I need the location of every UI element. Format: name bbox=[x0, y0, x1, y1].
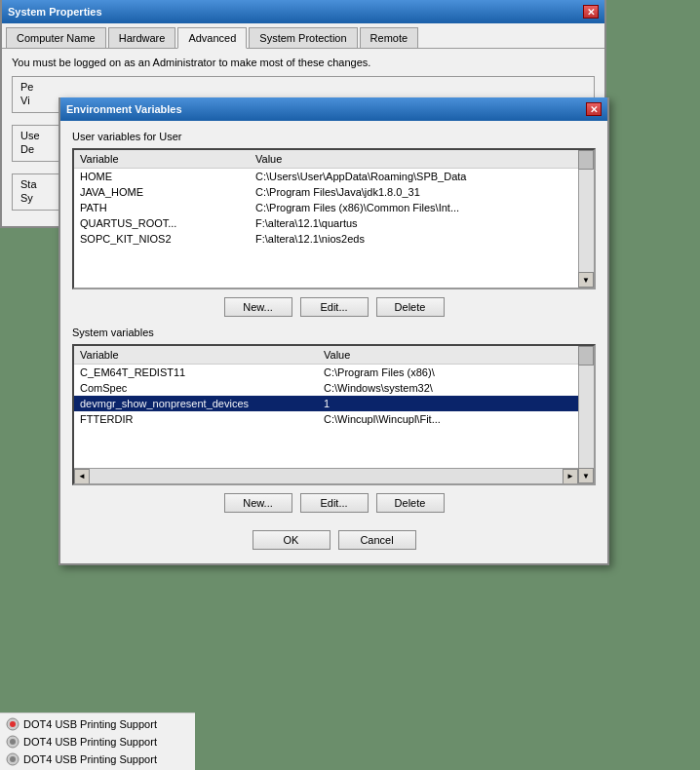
env-variables-dialog: Environment Variables ✕ User variables f… bbox=[58, 97, 609, 565]
user-val-path: C:\Program Files (x86)\Common Files\Int.… bbox=[250, 200, 594, 215]
service-icon bbox=[6, 735, 19, 749]
user-new-button[interactable]: New... bbox=[224, 297, 292, 317]
perf-label: Pe bbox=[20, 81, 586, 93]
service-label: DOT4 USB Printing Support bbox=[23, 753, 157, 765]
system-vars-table-container: Variable Value C_EM64T_REDIST11 C:\Progr… bbox=[72, 344, 596, 485]
svg-point-1 bbox=[10, 721, 16, 727]
user-col-variable: Variable bbox=[74, 150, 250, 169]
env-content: User variables for User Variable Value H… bbox=[60, 121, 607, 563]
table-row[interactable]: JAVA_HOME C:\Program Files\Java\jdk1.8.0… bbox=[74, 184, 594, 200]
user-vars-table-container: Variable Value HOME C:\Users\User\AppDat… bbox=[72, 148, 596, 289]
svg-point-5 bbox=[10, 756, 16, 762]
user-var-java-home: JAVA_HOME bbox=[74, 184, 250, 200]
table-row[interactable]: FTTERDIR C:\Wincupl\Wincupl\Fit... bbox=[74, 411, 594, 427]
sys-scroll-thumb[interactable] bbox=[578, 346, 594, 366]
sys-var-c-em64t: C_EM64T_REDIST11 bbox=[74, 365, 318, 381]
sys-col-variable: Variable bbox=[74, 346, 318, 365]
user-edit-button[interactable]: Edit... bbox=[300, 297, 369, 317]
user-col-value: Value bbox=[250, 150, 594, 169]
system-props-close-button[interactable]: ✕ bbox=[583, 5, 599, 19]
env-close-button[interactable]: ✕ bbox=[586, 102, 602, 116]
user-delete-button[interactable]: Delete bbox=[376, 297, 445, 317]
table-row[interactable]: ComSpec C:\Windows\system32\ bbox=[74, 380, 594, 396]
svg-point-3 bbox=[10, 739, 16, 745]
sys-var-ftterdir: FTTERDIR bbox=[74, 411, 318, 427]
tab-system-protection[interactable]: System Protection bbox=[249, 27, 357, 48]
table-row[interactable]: C_EM64T_REDIST11 C:\Program Files (x86)\ bbox=[74, 365, 594, 381]
service-icon bbox=[6, 717, 19, 731]
user-var-path: PATH bbox=[74, 200, 250, 215]
user-vars-buttons: New... Edit... Delete bbox=[72, 297, 596, 317]
user-var-home: HOME bbox=[74, 169, 250, 185]
table-row[interactable]: PATH C:\Program Files (x86)\Common Files… bbox=[74, 200, 594, 215]
table-row[interactable]: SOPC_KIT_NIOS2 F:\altera\12.1\nios2eds bbox=[74, 231, 594, 247]
sys-delete-button[interactable]: Delete bbox=[376, 493, 445, 513]
system-props-titlebar: System Properties ✕ bbox=[2, 0, 604, 23]
user-val-sopc: F:\altera\12.1\nios2eds bbox=[250, 231, 594, 247]
user-vars-title: User variables for User bbox=[72, 131, 596, 142]
cancel-button[interactable]: Cancel bbox=[338, 530, 416, 550]
sys-new-button[interactable]: New... bbox=[224, 493, 292, 513]
user-var-quartus: QUARTUS_ROOT... bbox=[74, 215, 250, 231]
sys-val-devmgr: 1 bbox=[318, 396, 594, 411]
sys-var-comspec: ComSpec bbox=[74, 380, 318, 396]
system-vars-title: System variables bbox=[72, 327, 596, 338]
list-item: DOT4 USB Printing Support bbox=[2, 733, 193, 751]
env-dialog-title: Environment Variables bbox=[66, 103, 182, 115]
table-row[interactable]: HOME C:\Users\User\AppData\Roaming\SPB_D… bbox=[74, 169, 594, 185]
sys-hscrollbar[interactable]: ◄ ► bbox=[74, 468, 578, 483]
table-row[interactable]: devmgr_show_nonpresent_devices 1 bbox=[74, 396, 594, 411]
tab-advanced[interactable]: Advanced bbox=[177, 27, 247, 49]
service-label: DOT4 USB Printing Support bbox=[23, 718, 157, 730]
admin-notice: You must be logged on as an Administrato… bbox=[12, 57, 595, 68]
user-val-quartus: F:\altera\12.1\quartus bbox=[250, 215, 594, 231]
sys-hscroll-right[interactable]: ► bbox=[563, 469, 578, 484]
user-var-sopc: SOPC_KIT_NIOS2 bbox=[74, 231, 250, 247]
tab-remote[interactable]: Remote bbox=[360, 27, 419, 48]
system-props-title: System Properties bbox=[8, 6, 102, 18]
table-row[interactable]: QUARTUS_ROOT... F:\altera\12.1\quartus bbox=[74, 215, 594, 231]
list-item: DOT4 USB Printing Support bbox=[2, 751, 193, 768]
list-item: DOT4 USB Printing Support bbox=[2, 715, 193, 733]
user-val-java-home: C:\Program Files\Java\jdk1.8.0_31 bbox=[250, 184, 594, 200]
user-scroll-down[interactable]: ▼ bbox=[578, 272, 594, 288]
user-scroll-thumb[interactable] bbox=[578, 150, 594, 170]
sys-val-comspec: C:\Windows\system32\ bbox=[318, 380, 594, 396]
system-vars-table: Variable Value C_EM64T_REDIST11 C:\Progr… bbox=[74, 346, 594, 427]
sys-col-value: Value bbox=[318, 346, 594, 365]
sys-edit-button[interactable]: Edit... bbox=[300, 493, 369, 513]
ok-button[interactable]: OK bbox=[253, 530, 331, 550]
user-val-home: C:\Users\User\AppData\Roaming\SPB_Data bbox=[250, 169, 594, 185]
service-icon bbox=[6, 752, 19, 766]
sys-val-c-em64t: C:\Program Files (x86)\ bbox=[318, 365, 594, 381]
sys-var-devmgr: devmgr_show_nonpresent_devices bbox=[74, 396, 318, 411]
ok-cancel-row: OK Cancel bbox=[72, 522, 596, 554]
user-vars-scrollbar[interactable]: ▲ ▼ bbox=[578, 150, 594, 288]
user-vars-table: Variable Value HOME C:\Users\User\AppDat… bbox=[74, 150, 594, 247]
system-variables-section: System variables Variable Value C_EM64T_… bbox=[72, 327, 596, 513]
user-variables-section: User variables for User Variable Value H… bbox=[72, 131, 596, 317]
sys-hscroll-track[interactable] bbox=[90, 469, 563, 483]
sys-hscroll-left[interactable]: ◄ bbox=[74, 469, 90, 484]
sys-vars-buttons: New... Edit... Delete bbox=[72, 493, 596, 513]
system-vars-scrollbar[interactable]: ▲ ▼ bbox=[578, 346, 594, 483]
env-titlebar: Environment Variables ✕ bbox=[60, 97, 607, 121]
tab-hardware[interactable]: Hardware bbox=[108, 27, 176, 48]
bottom-services-area: DOT4 USB Printing Support DOT4 USB Print… bbox=[0, 712, 195, 770]
sys-scroll-down[interactable]: ▼ bbox=[578, 468, 594, 483]
service-label: DOT4 USB Printing Support bbox=[23, 736, 157, 748]
tabs-bar: Computer Name Hardware Advanced System P… bbox=[2, 23, 604, 49]
tab-computer-name[interactable]: Computer Name bbox=[6, 27, 106, 48]
sys-val-ftterdir: C:\Wincupl\Wincupl\Fit... bbox=[318, 411, 594, 427]
